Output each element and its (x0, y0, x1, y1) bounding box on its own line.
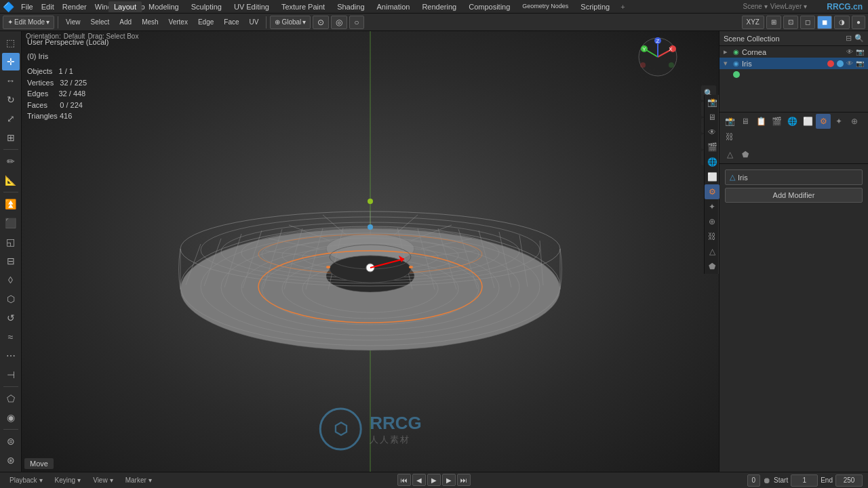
menu-render[interactable]: Render (58, 1, 91, 12)
snap-button[interactable]: ⊙ (313, 16, 329, 29)
outliner-filter-icon[interactable]: ⊟ (846, 34, 852, 43)
menu-select[interactable]: Select (87, 16, 114, 29)
prev-frame-btn[interactable]: ◀ (412, 474, 426, 486)
extrude-tool[interactable]: ⏫ (2, 195, 20, 213)
object-name-field[interactable]: △ Iris (725, 169, 863, 185)
scale-tool[interactable]: ⤢ (2, 110, 20, 127)
rp-material[interactable]: ⬟ (705, 259, 719, 274)
prop-scene-icon[interactable]: 🎬 (769, 114, 784, 129)
rp-render[interactable]: 📸 (705, 95, 719, 110)
3d-viewport[interactable]: User Perspective (Local) (0) Iris Object… (22, 31, 719, 472)
add-modifier-button[interactable]: Add Modifier (725, 188, 863, 203)
rp-physics[interactable]: ⊕ (705, 214, 719, 229)
shear-tool[interactable]: ⬠ (2, 390, 20, 407)
cornea-visibility-icon[interactable]: 👁 (846, 48, 853, 56)
rp-view[interactable]: 👁 (705, 125, 719, 140)
rotate-tool[interactable]: ↻ (2, 91, 20, 108)
rp-object[interactable]: ⬜ (705, 169, 719, 184)
select-box-tool[interactable]: ⬚ (2, 34, 20, 52)
rp-particles[interactable]: ✦ (705, 199, 719, 214)
menu-mesh[interactable]: Mesh (138, 16, 162, 29)
mode-selector[interactable]: ✦ Edit Mode ▾ (3, 16, 54, 29)
viewlayer-select[interactable]: ViewLayer ▾ (770, 3, 807, 10)
move-tool[interactable]: ↔ (2, 72, 20, 89)
prop-object-icon[interactable]: ⬜ (800, 114, 815, 129)
iris-camera-icon[interactable]: 📷 (856, 60, 864, 67)
shading-material[interactable]: ◑ (834, 16, 850, 29)
outliner-item-iris[interactable]: ▾ ◉ Iris 👁 📷 (719, 58, 868, 69)
timeline-marker[interactable]: Marker ▾ (121, 475, 156, 485)
inset-tool[interactable]: ⬛ (2, 214, 20, 232)
tab-uv-editing[interactable]: UV Editing (229, 1, 275, 12)
outliner-item-cornea[interactable]: ▸ ◉ Cornea 👁 📷 (719, 46, 868, 58)
menu-view[interactable]: View (62, 16, 85, 29)
prop-render-icon[interactable]: 📸 (722, 114, 737, 129)
orientation-selector[interactable]: ⊕ Global ▾ (270, 16, 311, 29)
rp-output[interactable]: 🖥 (705, 110, 719, 125)
tab-layout[interactable]: Layout (108, 1, 142, 12)
smooth-tool[interactable]: ≈ (2, 328, 20, 346)
gizmo-toggle[interactable]: XYZ (742, 16, 764, 29)
cursor-tool[interactable]: ✛ (2, 53, 20, 70)
overlays-btn[interactable]: ⊞ (766, 16, 781, 29)
next-frame-btn[interactable]: ▶ (442, 474, 456, 486)
play-btn[interactable]: ▶ (427, 474, 441, 486)
rp-constraint[interactable]: ⛓ (705, 229, 719, 244)
transform-tool[interactable]: ⊞ (2, 129, 20, 146)
jump-end-btn[interactable]: ⏭ (457, 474, 471, 486)
rp-modifier[interactable]: ⚙ (705, 184, 719, 199)
rp-world[interactable]: 🌐 (705, 155, 719, 169)
spin-tool[interactable]: ↺ (2, 309, 20, 327)
annotate-tool[interactable]: ✏ (2, 152, 20, 170)
tab-geometry-nodes[interactable]: Geometry Nodes (517, 1, 574, 12)
poly-build-tool[interactable]: ⬡ (2, 290, 20, 308)
slide-tool[interactable]: ⊣ (2, 366, 20, 384)
measure-tool[interactable]: 📐 (2, 171, 20, 189)
prop-output-icon[interactable]: 🖥 (738, 114, 753, 129)
prop-constraints-icon[interactable]: ⛓ (722, 129, 737, 144)
tab-compositing[interactable]: Compositing (463, 1, 515, 12)
start-frame-input[interactable] (791, 474, 818, 487)
scene-select[interactable]: Scene ▾ (743, 3, 768, 10)
shading-wire[interactable]: ◻ (800, 16, 815, 29)
axis-gizmo[interactable]: X Y Z (637, 37, 678, 77)
tab-animation[interactable]: Animation (372, 1, 416, 12)
prop-material-icon[interactable]: ⬟ (738, 147, 753, 162)
tab-scripting[interactable]: Scripting (575, 1, 615, 12)
tab-rendering[interactable]: Rendering (416, 1, 462, 12)
proportional-edit-btn[interactable]: ○ (349, 16, 363, 29)
menu-add[interactable]: Add (115, 16, 136, 29)
randomize-tool[interactable]: ⋯ (2, 347, 20, 365)
cornea-camera-icon[interactable]: 📷 (856, 48, 864, 56)
menu-uv[interactable]: UV (245, 16, 263, 29)
menu-edit[interactable]: Edit (37, 1, 58, 12)
prop-data-icon[interactable]: △ (722, 147, 737, 162)
tab-modeling[interactable]: Modeling (143, 1, 184, 12)
bevel-tool[interactable]: ◱ (2, 233, 20, 251)
xray-btn[interactable]: ⊡ (783, 16, 798, 29)
tab-sculpting[interactable]: Sculpting (186, 1, 227, 12)
timeline-keying[interactable]: Keying ▾ (51, 475, 85, 485)
end-frame-input[interactable] (835, 474, 863, 487)
shrink-tool[interactable]: ⊜ (2, 432, 20, 450)
menu-vertex[interactable]: Vertex (165, 16, 192, 29)
knife-tool[interactable]: ◊ (2, 271, 20, 289)
menu-face[interactable]: Face (220, 16, 243, 29)
pivot-button[interactable]: ◎ (331, 16, 347, 29)
prop-particles-icon[interactable]: ✦ (831, 114, 846, 129)
prop-viewlayer-icon[interactable]: 📋 (753, 114, 768, 129)
menu-edge[interactable]: Edge (194, 16, 218, 29)
timeline-view[interactable]: View ▾ (89, 475, 117, 485)
add-workspace-button[interactable]: + (616, 1, 629, 12)
tab-texture-paint[interactable]: Texture Paint (276, 1, 330, 12)
iris-visibility-icon[interactable]: 👁 (846, 60, 853, 67)
push-pull-tool[interactable]: ⊛ (2, 451, 20, 469)
outliner-search-icon[interactable]: 🔍 (854, 34, 864, 43)
menu-file[interactable]: File (17, 1, 37, 12)
loop-cut-tool[interactable]: ⊟ (2, 252, 20, 270)
rp-data[interactable]: △ (705, 244, 719, 259)
shading-solid[interactable]: ◼ (817, 16, 832, 29)
rp-scene[interactable]: 🎬 (705, 140, 719, 155)
shading-rendered[interactable]: ● (852, 16, 865, 29)
prop-modifier-icon[interactable]: ⚙ (816, 114, 831, 129)
